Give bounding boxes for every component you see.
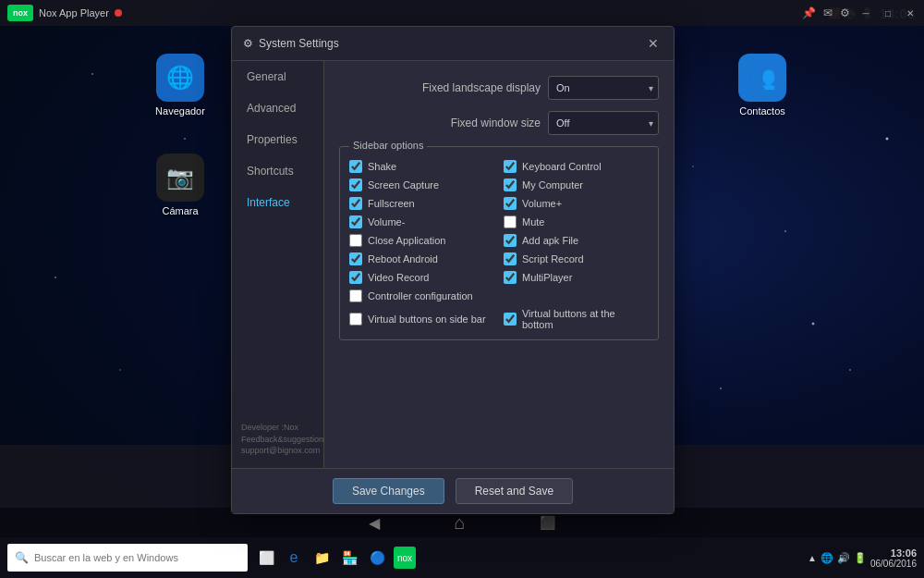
chrome-icon[interactable]: 🔵 xyxy=(366,547,388,569)
my-computer-label: My Computer xyxy=(522,179,583,191)
contactos-label: Contactos xyxy=(739,105,785,117)
my-computer-checkbox[interactable] xyxy=(504,178,517,191)
mute-checkbox[interactable] xyxy=(504,215,517,228)
close-app-checkbox[interactable] xyxy=(349,234,362,247)
tray-sound-icon: 🔊 xyxy=(837,552,850,564)
back-button[interactable]: ◀ xyxy=(369,514,380,532)
checkbox-my-computer[interactable]: My Computer xyxy=(504,178,649,191)
checkbox-shake[interactable]: Shake xyxy=(349,160,494,173)
checkbox-script-record[interactable]: Script Record xyxy=(504,252,649,265)
script-record-checkbox[interactable] xyxy=(504,252,517,265)
fixed-landscape-select-wrapper: On Off ▾ xyxy=(548,76,659,100)
windows-taskbar: 🔍 ⬜ e 📁 🏪 🔵 nox ▲ 🌐 🔊 🔋 13:06 06/06/2016 xyxy=(0,537,924,578)
add-apk-checkbox[interactable] xyxy=(504,234,517,247)
fixed-window-row: Fixed window size On Off ▾ xyxy=(339,111,659,135)
screen-capture-label: Screen Capture xyxy=(368,179,439,191)
checkbox-keyboard-control[interactable]: Keyboard Control xyxy=(504,160,649,173)
sidebar-options-title: Sidebar options xyxy=(349,140,427,151)
shake-checkbox[interactable] xyxy=(349,160,362,173)
developer-feedback: Feedback&suggestions: xyxy=(241,434,314,446)
checkbox-controller[interactable]: Controller configuration xyxy=(349,289,649,302)
dialog-title: ⚙ System Settings xyxy=(243,37,339,50)
reboot-label: Reboot Android xyxy=(368,253,438,264)
task-view-icon[interactable]: ⬜ xyxy=(255,547,277,569)
dialog-titlebar: ⚙ System Settings ✕ xyxy=(232,27,674,61)
checkbox-reboot[interactable]: Reboot Android xyxy=(349,252,494,265)
virtual-bottom-checkbox[interactable] xyxy=(504,313,517,326)
developer-name: Developer :Nox xyxy=(241,422,314,434)
desktop-icon-navegador[interactable]: 🌐 Navegador xyxy=(148,54,213,117)
checkbox-mute[interactable]: Mute xyxy=(504,215,649,228)
maximize-button[interactable]: □ xyxy=(881,6,894,19)
checkbox-multiplayer[interactable]: MultiPlayer xyxy=(504,271,649,284)
nav-item-shortcuts[interactable]: Shortcuts xyxy=(232,155,323,187)
checkbox-add-apk[interactable]: Add apk File xyxy=(504,234,649,247)
checkbox-close-app[interactable]: Close Application xyxy=(349,234,494,247)
gear-icon: ⚙ xyxy=(243,37,253,50)
multiplayer-checkbox[interactable] xyxy=(504,271,517,284)
windows-search-bar[interactable]: 🔍 xyxy=(7,544,248,572)
settings-icon[interactable]: ⚙ xyxy=(840,6,850,19)
reboot-checkbox[interactable] xyxy=(349,252,362,265)
save-changes-button[interactable]: Save Changes xyxy=(333,478,444,504)
keyboard-control-label: Keyboard Control xyxy=(522,161,602,172)
video-record-checkbox[interactable] xyxy=(349,271,362,284)
home-button[interactable]: ⌂ xyxy=(454,512,465,534)
nav-item-general[interactable]: General xyxy=(232,61,323,92)
fixed-window-select[interactable]: On Off xyxy=(548,111,659,135)
taskbar-win-icons: ⬜ e 📁 🏪 🔵 nox xyxy=(255,547,416,569)
explorer-icon[interactable]: 📁 xyxy=(310,547,333,569)
dialog-sidebar: General Advanced Properties Shortcuts In… xyxy=(232,61,324,468)
contactos-icon: 👥 xyxy=(738,54,786,102)
fixed-landscape-label: Fixed landscape display xyxy=(339,81,541,94)
nox-taskbar-icon[interactable]: nox xyxy=(394,547,416,569)
fixed-landscape-select[interactable]: On Off xyxy=(548,76,659,100)
dialog-title-text: System Settings xyxy=(259,37,339,50)
screen-capture-checkbox[interactable] xyxy=(349,178,362,191)
virtual-side-label: Virtual buttons on side bar xyxy=(368,314,486,325)
camara-label: Cámara xyxy=(162,205,198,216)
recent-button[interactable]: ⬛ xyxy=(540,515,555,530)
fullscreen-checkbox[interactable] xyxy=(349,197,362,210)
virtual-side-checkbox[interactable] xyxy=(349,313,362,326)
close-window-button[interactable]: ✕ xyxy=(904,6,917,19)
nav-item-properties[interactable]: Properties xyxy=(232,124,323,155)
store-icon[interactable]: 🏪 xyxy=(338,547,360,569)
nav-item-advanced[interactable]: Advanced xyxy=(232,92,323,124)
search-input[interactable] xyxy=(34,552,240,563)
volume-minus-checkbox[interactable] xyxy=(349,215,362,228)
reset-save-button[interactable]: Reset and Save xyxy=(456,478,573,504)
dialog-content: Fixed landscape display On Off ▾ Fixed w… xyxy=(324,61,674,468)
system-settings-dialog: ⚙ System Settings ✕ General Advanced Pro… xyxy=(231,26,675,514)
checkbox-volume-plus[interactable]: Volume+ xyxy=(504,197,649,210)
tray-arrow-icon[interactable]: ▲ xyxy=(808,553,817,563)
checkbox-virtual-side[interactable]: Virtual buttons on side bar xyxy=(349,308,494,330)
checkbox-screen-capture[interactable]: Screen Capture xyxy=(349,178,494,191)
close-app-label: Close Application xyxy=(368,235,445,246)
volume-plus-checkbox[interactable] xyxy=(504,197,517,210)
taskbar-right: ▲ 🌐 🔊 🔋 13:06 06/06/2016 xyxy=(808,547,924,569)
developer-info: Developer :Nox Feedback&suggestions: sup… xyxy=(232,411,323,468)
pin-icon[interactable]: 📌 xyxy=(802,6,816,19)
keyboard-control-checkbox[interactable] xyxy=(504,160,517,173)
checkbox-fullscreen[interactable]: Fullscreen xyxy=(349,197,494,210)
checkbox-virtual-bottom[interactable]: Virtual buttons at the bottom xyxy=(504,308,649,330)
checkbox-video-record[interactable]: Video Record xyxy=(349,271,494,284)
navegador-icon: 🌐 xyxy=(156,54,204,102)
nav-item-interface[interactable]: Interface xyxy=(232,187,323,218)
tray-battery-icon: 🔋 xyxy=(854,552,867,564)
multiplayer-label: MultiPlayer xyxy=(522,272,572,283)
taskbar-date: 06/06/2016 xyxy=(870,559,917,569)
shake-label: Shake xyxy=(368,161,396,172)
desktop-icon-camara[interactable]: 📷 Cámara xyxy=(148,154,213,216)
minimize-button[interactable]: ─ xyxy=(859,6,872,19)
edge-icon[interactable]: e xyxy=(283,547,305,569)
checkbox-volume-minus[interactable]: Volume- xyxy=(349,215,494,228)
controller-checkbox[interactable] xyxy=(349,289,362,302)
top-bar-icons: 📌 ✉ ⚙ xyxy=(802,6,850,19)
dialog-body: General Advanced Properties Shortcuts In… xyxy=(232,61,674,468)
mail-icon[interactable]: ✉ xyxy=(823,6,833,19)
dialog-close-button[interactable]: ✕ xyxy=(644,34,663,53)
desktop-icon-contactos[interactable]: 👥 Contactos xyxy=(730,54,795,117)
search-icon: 🔍 xyxy=(15,551,29,564)
